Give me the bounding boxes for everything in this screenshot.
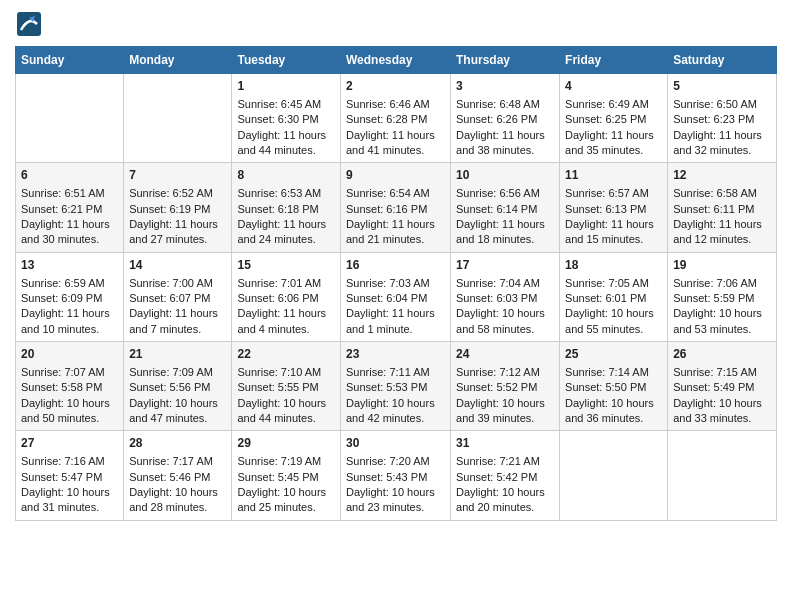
day-number: 5 — [673, 78, 771, 95]
daylight-text: Daylight: 11 hours and 32 minutes. — [673, 129, 762, 156]
daylight-text: Daylight: 11 hours and 41 minutes. — [346, 129, 435, 156]
day-number: 11 — [565, 167, 662, 184]
day-number: 29 — [237, 435, 335, 452]
daylight-text: Daylight: 10 hours and 58 minutes. — [456, 307, 545, 334]
sunset-text: Sunset: 5:56 PM — [129, 381, 210, 393]
daylight-text: Daylight: 10 hours and 44 minutes. — [237, 397, 326, 424]
calendar-week-2: 6Sunrise: 6:51 AMSunset: 6:21 PMDaylight… — [16, 163, 777, 252]
sunrise-text: Sunrise: 7:21 AM — [456, 455, 540, 467]
day-number: 9 — [346, 167, 445, 184]
daylight-text: Daylight: 11 hours and 44 minutes. — [237, 129, 326, 156]
calendar-cell: 22Sunrise: 7:10 AMSunset: 5:55 PMDayligh… — [232, 342, 341, 431]
sunset-text: Sunset: 6:14 PM — [456, 203, 537, 215]
logo-icon — [15, 10, 43, 38]
sunrise-text: Sunrise: 7:06 AM — [673, 277, 757, 289]
sunrise-text: Sunrise: 7:20 AM — [346, 455, 430, 467]
sunrise-text: Sunrise: 6:50 AM — [673, 98, 757, 110]
sunset-text: Sunset: 6:19 PM — [129, 203, 210, 215]
sunset-text: Sunset: 5:52 PM — [456, 381, 537, 393]
sunset-text: Sunset: 5:46 PM — [129, 471, 210, 483]
sunrise-text: Sunrise: 6:48 AM — [456, 98, 540, 110]
day-number: 27 — [21, 435, 118, 452]
day-number: 13 — [21, 257, 118, 274]
sunrise-text: Sunrise: 7:17 AM — [129, 455, 213, 467]
calendar-week-3: 13Sunrise: 6:59 AMSunset: 6:09 PMDayligh… — [16, 252, 777, 341]
sunrise-text: Sunrise: 7:15 AM — [673, 366, 757, 378]
day-number: 18 — [565, 257, 662, 274]
sunrise-text: Sunrise: 7:12 AM — [456, 366, 540, 378]
calendar-week-4: 20Sunrise: 7:07 AMSunset: 5:58 PMDayligh… — [16, 342, 777, 431]
day-number: 28 — [129, 435, 226, 452]
weekday-header-monday: Monday — [124, 47, 232, 74]
day-number: 17 — [456, 257, 554, 274]
day-number: 30 — [346, 435, 445, 452]
daylight-text: Daylight: 10 hours and 39 minutes. — [456, 397, 545, 424]
sunrise-text: Sunrise: 7:05 AM — [565, 277, 649, 289]
day-number: 19 — [673, 257, 771, 274]
sunset-text: Sunset: 5:55 PM — [237, 381, 318, 393]
weekday-header-wednesday: Wednesday — [340, 47, 450, 74]
day-number: 31 — [456, 435, 554, 452]
sunset-text: Sunset: 5:59 PM — [673, 292, 754, 304]
calendar-cell: 18Sunrise: 7:05 AMSunset: 6:01 PMDayligh… — [560, 252, 668, 341]
sunset-text: Sunset: 6:25 PM — [565, 113, 646, 125]
daylight-text: Daylight: 11 hours and 7 minutes. — [129, 307, 218, 334]
calendar-week-5: 27Sunrise: 7:16 AMSunset: 5:47 PMDayligh… — [16, 431, 777, 520]
calendar-cell: 17Sunrise: 7:04 AMSunset: 6:03 PMDayligh… — [451, 252, 560, 341]
calendar-cell: 31Sunrise: 7:21 AMSunset: 5:42 PMDayligh… — [451, 431, 560, 520]
logo — [15, 10, 47, 38]
calendar-cell: 19Sunrise: 7:06 AMSunset: 5:59 PMDayligh… — [668, 252, 777, 341]
calendar-cell: 29Sunrise: 7:19 AMSunset: 5:45 PMDayligh… — [232, 431, 341, 520]
daylight-text: Daylight: 10 hours and 47 minutes. — [129, 397, 218, 424]
daylight-text: Daylight: 11 hours and 1 minute. — [346, 307, 435, 334]
calendar-cell: 10Sunrise: 6:56 AMSunset: 6:14 PMDayligh… — [451, 163, 560, 252]
sunrise-text: Sunrise: 7:01 AM — [237, 277, 321, 289]
sunrise-text: Sunrise: 6:52 AM — [129, 187, 213, 199]
daylight-text: Daylight: 10 hours and 36 minutes. — [565, 397, 654, 424]
day-number: 2 — [346, 78, 445, 95]
sunset-text: Sunset: 6:18 PM — [237, 203, 318, 215]
calendar-cell: 11Sunrise: 6:57 AMSunset: 6:13 PMDayligh… — [560, 163, 668, 252]
sunrise-text: Sunrise: 6:53 AM — [237, 187, 321, 199]
daylight-text: Daylight: 10 hours and 25 minutes. — [237, 486, 326, 513]
day-number: 26 — [673, 346, 771, 363]
sunrise-text: Sunrise: 6:58 AM — [673, 187, 757, 199]
day-number: 20 — [21, 346, 118, 363]
sunrise-text: Sunrise: 6:56 AM — [456, 187, 540, 199]
calendar-cell: 13Sunrise: 6:59 AMSunset: 6:09 PMDayligh… — [16, 252, 124, 341]
day-number: 1 — [237, 78, 335, 95]
day-number: 12 — [673, 167, 771, 184]
calendar-cell — [560, 431, 668, 520]
day-number: 3 — [456, 78, 554, 95]
calendar-cell: 7Sunrise: 6:52 AMSunset: 6:19 PMDaylight… — [124, 163, 232, 252]
calendar-cell — [668, 431, 777, 520]
calendar-cell: 24Sunrise: 7:12 AMSunset: 5:52 PMDayligh… — [451, 342, 560, 431]
calendar-cell: 15Sunrise: 7:01 AMSunset: 6:06 PMDayligh… — [232, 252, 341, 341]
daylight-text: Daylight: 10 hours and 53 minutes. — [673, 307, 762, 334]
day-number: 24 — [456, 346, 554, 363]
sunset-text: Sunset: 5:49 PM — [673, 381, 754, 393]
sunrise-text: Sunrise: 6:54 AM — [346, 187, 430, 199]
calendar-cell: 6Sunrise: 6:51 AMSunset: 6:21 PMDaylight… — [16, 163, 124, 252]
calendar-cell: 4Sunrise: 6:49 AMSunset: 6:25 PMDaylight… — [560, 74, 668, 163]
daylight-text: Daylight: 11 hours and 24 minutes. — [237, 218, 326, 245]
sunset-text: Sunset: 6:03 PM — [456, 292, 537, 304]
calendar-cell: 25Sunrise: 7:14 AMSunset: 5:50 PMDayligh… — [560, 342, 668, 431]
calendar-cell: 8Sunrise: 6:53 AMSunset: 6:18 PMDaylight… — [232, 163, 341, 252]
day-number: 10 — [456, 167, 554, 184]
sunset-text: Sunset: 5:47 PM — [21, 471, 102, 483]
sunrise-text: Sunrise: 7:14 AM — [565, 366, 649, 378]
daylight-text: Daylight: 10 hours and 50 minutes. — [21, 397, 110, 424]
day-number: 16 — [346, 257, 445, 274]
sunset-text: Sunset: 5:45 PM — [237, 471, 318, 483]
sunset-text: Sunset: 6:13 PM — [565, 203, 646, 215]
calendar-cell: 14Sunrise: 7:00 AMSunset: 6:07 PMDayligh… — [124, 252, 232, 341]
calendar-cell: 26Sunrise: 7:15 AMSunset: 5:49 PMDayligh… — [668, 342, 777, 431]
sunset-text: Sunset: 6:01 PM — [565, 292, 646, 304]
sunrise-text: Sunrise: 7:03 AM — [346, 277, 430, 289]
calendar-cell: 20Sunrise: 7:07 AMSunset: 5:58 PMDayligh… — [16, 342, 124, 431]
day-number: 15 — [237, 257, 335, 274]
sunset-text: Sunset: 6:21 PM — [21, 203, 102, 215]
sunset-text: Sunset: 6:30 PM — [237, 113, 318, 125]
sunrise-text: Sunrise: 7:16 AM — [21, 455, 105, 467]
